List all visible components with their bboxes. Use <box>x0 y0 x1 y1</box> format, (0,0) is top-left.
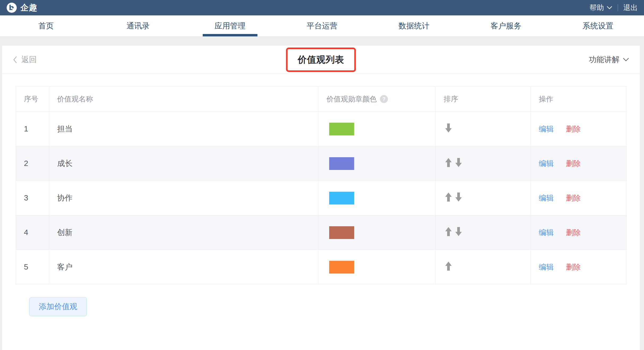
main-nav: 首页 通讯录 应用管理 平台运营 数据统计 客户服务 系统设置 <box>0 15 644 37</box>
annotation-highlight-box: 价值观列表 <box>286 48 356 72</box>
row-name: 成长 <box>49 146 319 181</box>
tab-home[interactable]: 首页 <box>0 15 92 36</box>
table-header-row: 序号 价值观名称 价值观勋章颜色 ? 排序 操作 <box>16 87 627 112</box>
help-menu[interactable]: 帮助 <box>590 3 612 12</box>
tab-data-statistics[interactable]: 数据统计 <box>368 15 460 36</box>
badge-color-swatch <box>329 192 354 204</box>
table-row: 2 成长 编辑 删除 <box>16 146 627 181</box>
sort-up-icon[interactable] <box>445 192 452 204</box>
tab-platform-operations[interactable]: 平台运营 <box>276 15 368 36</box>
feature-guide-label: 功能讲解 <box>589 54 620 65</box>
badge-color-swatch <box>329 157 354 170</box>
badge-color-swatch <box>329 261 354 274</box>
edit-link[interactable]: 编辑 <box>539 194 554 202</box>
chevron-down-icon <box>607 6 612 10</box>
help-question-icon[interactable]: ? <box>380 95 388 103</box>
add-value-button[interactable]: 添加价值观 <box>29 297 87 316</box>
tab-system-settings[interactable]: 系统设置 <box>552 15 644 36</box>
row-no: 1 <box>16 112 49 146</box>
topbar-divider <box>618 4 618 11</box>
col-header-name: 价值观名称 <box>49 87 319 112</box>
back-label: 返回 <box>21 54 37 65</box>
row-name: 创新 <box>49 215 319 250</box>
edit-link[interactable]: 编辑 <box>539 159 554 168</box>
row-no: 2 <box>16 146 49 181</box>
brand-name: 企趣 <box>20 2 37 13</box>
col-header-sort: 排序 <box>436 87 531 112</box>
delete-link[interactable]: 删除 <box>566 263 581 271</box>
svg-text:b: b <box>9 3 14 12</box>
col-header-badge-color: 价值观勋章颜色 ? <box>319 87 436 112</box>
row-no: 4 <box>16 215 49 250</box>
values-table: 序号 价值观名称 价值观勋章颜色 ? 排序 操作 <box>16 86 627 284</box>
sort-down-icon[interactable] <box>455 192 462 204</box>
sort-up-icon[interactable] <box>445 261 452 273</box>
delete-link[interactable]: 删除 <box>566 194 581 202</box>
active-tab-underline <box>203 34 257 36</box>
back-button[interactable]: 返回 <box>13 54 37 65</box>
edit-link[interactable]: 编辑 <box>539 228 554 237</box>
row-no: 3 <box>16 181 49 215</box>
sort-up-icon[interactable] <box>445 227 452 238</box>
sort-down-icon[interactable] <box>455 158 462 169</box>
row-no: 5 <box>16 250 49 284</box>
page-header: 返回 价值观列表 功能讲解 <box>2 46 640 74</box>
tab-app-management[interactable]: 应用管理 <box>184 15 276 36</box>
delete-link[interactable]: 删除 <box>566 125 581 133</box>
col-header-actions: 操作 <box>531 87 627 112</box>
topbar: b 企趣 帮助 退出 <box>0 0 644 15</box>
sort-up-icon[interactable] <box>445 158 452 169</box>
row-name: 担当 <box>49 112 319 146</box>
delete-link[interactable]: 删除 <box>566 159 581 168</box>
col-header-no: 序号 <box>16 87 49 112</box>
brand-logo-icon: b <box>6 2 17 13</box>
brand: b 企趣 <box>6 2 37 13</box>
tab-contacts[interactable]: 通讯录 <box>92 15 184 36</box>
content-panel: 返回 价值观列表 功能讲解 <box>2 46 640 350</box>
badge-color-swatch <box>329 226 354 239</box>
table-row: 4 创新 编辑 删除 <box>16 215 627 250</box>
table-row: 3 协作 编辑 删除 <box>16 181 627 215</box>
logout-link[interactable]: 退出 <box>623 3 638 12</box>
chevron-left-icon <box>13 56 18 64</box>
sort-down-icon[interactable] <box>445 123 452 135</box>
delete-link[interactable]: 删除 <box>566 228 581 237</box>
table-row: 5 客户 编辑 删除 <box>16 250 627 284</box>
page-background: 返回 价值观列表 功能讲解 <box>0 37 644 350</box>
edit-link[interactable]: 编辑 <box>539 125 554 133</box>
tab-customer-service[interactable]: 客户服务 <box>460 15 552 36</box>
row-name: 客户 <box>49 250 319 284</box>
badge-color-swatch <box>329 123 354 135</box>
sort-down-icon[interactable] <box>455 227 462 238</box>
edit-link[interactable]: 编辑 <box>539 263 554 271</box>
chevron-down-icon <box>623 58 629 62</box>
row-name: 协作 <box>49 181 319 215</box>
table-row: 1 担当 编辑 删除 <box>16 112 627 146</box>
feature-guide-dropdown[interactable]: 功能讲解 <box>589 54 629 65</box>
page-title: 价值观列表 <box>298 54 344 66</box>
help-label: 帮助 <box>590 3 604 12</box>
table-section: 序号 价值观名称 价值观勋章颜色 ? 排序 操作 <box>2 74 640 316</box>
